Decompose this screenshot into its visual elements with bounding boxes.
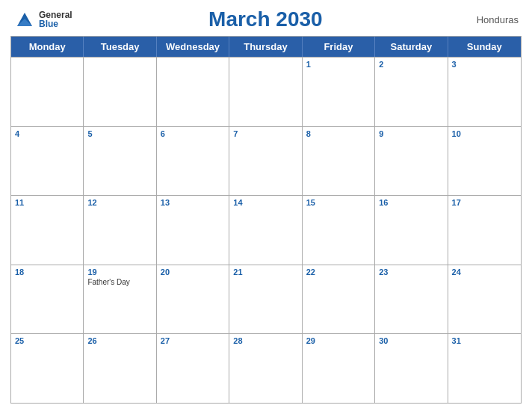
- day-number: 14: [233, 198, 297, 207]
- page: General Blue March 2030 Honduras MondayT…: [0, 0, 532, 411]
- day-number: 8: [306, 129, 371, 138]
- day-cell: 26: [84, 334, 156, 403]
- day-cell: 24: [448, 265, 521, 334]
- day-number: 26: [87, 336, 152, 345]
- day-cell: 22: [303, 265, 375, 334]
- day-number: 16: [379, 198, 443, 207]
- day-number: 10: [452, 129, 517, 138]
- day-cell: 23: [375, 265, 448, 334]
- day-cell: 4: [11, 127, 84, 196]
- day-number: 28: [233, 336, 297, 345]
- day-cell: 28: [229, 334, 302, 403]
- day-cell: 0: [157, 58, 229, 126]
- day-cell: 3: [448, 58, 521, 126]
- day-number: 5: [87, 129, 152, 138]
- day-number: 19: [87, 268, 152, 276]
- day-header-tuesday: Tuesday: [84, 37, 156, 57]
- day-cell: 12: [84, 196, 156, 265]
- day-number: 29: [306, 336, 371, 345]
- day-number: 2: [379, 60, 443, 69]
- logo: General Blue: [13, 8, 72, 31]
- week-row-1: 0000123: [11, 57, 521, 126]
- day-cell: 13: [157, 196, 229, 265]
- calendar: MondayTuesdayWednesdayThursdayFridaySatu…: [10, 36, 522, 404]
- day-header-saturday: Saturday: [375, 37, 448, 57]
- day-cell: 10: [448, 127, 521, 196]
- day-cell: 31: [448, 334, 521, 403]
- day-cell: 0: [84, 58, 156, 126]
- day-header-monday: Monday: [11, 37, 84, 57]
- day-number: 3: [452, 60, 517, 69]
- day-number: 30: [379, 336, 443, 345]
- day-header-wednesday: Wednesday: [157, 37, 229, 57]
- day-number: 0: [15, 60, 79, 69]
- day-header-friday: Friday: [303, 37, 375, 57]
- day-cell: 16: [375, 196, 448, 265]
- day-number: 27: [161, 336, 225, 345]
- day-cell: 11: [11, 196, 84, 265]
- day-number: 0: [161, 60, 225, 69]
- day-number: 31: [452, 336, 517, 345]
- day-cell: 21: [229, 265, 302, 334]
- event-label: Father's Day: [87, 278, 152, 286]
- day-number: 25: [15, 336, 79, 345]
- day-cell: 5: [84, 127, 156, 196]
- day-cell: 19Father's Day: [84, 265, 156, 334]
- week-row-2: 45678910: [11, 126, 521, 196]
- day-number: 20: [161, 268, 225, 276]
- day-number: 17: [452, 198, 517, 207]
- day-header-sunday: Sunday: [448, 37, 521, 57]
- day-number: 4: [15, 129, 79, 138]
- week-row-4: 1819Father's Day2021222324: [11, 265, 521, 334]
- day-cell: 18: [11, 265, 84, 334]
- day-cell: 7: [229, 127, 302, 196]
- day-number: 11: [15, 198, 79, 207]
- day-number: 18: [15, 268, 79, 276]
- day-number: 23: [379, 268, 443, 276]
- day-number: 9: [379, 129, 443, 138]
- day-cell: 25: [11, 334, 84, 403]
- day-cell: 14: [229, 196, 302, 265]
- day-cell: 15: [303, 196, 375, 265]
- week-row-3: 11121314151617: [11, 195, 521, 265]
- day-cell: 6: [157, 127, 229, 196]
- day-number: 7: [233, 129, 297, 138]
- header: General Blue March 2030 Honduras: [10, 7, 522, 31]
- day-number: 1: [306, 60, 371, 69]
- day-cell: 9: [375, 127, 448, 196]
- day-cell: 17: [448, 196, 521, 265]
- day-headers: MondayTuesdayWednesdayThursdayFridaySatu…: [11, 37, 521, 57]
- day-number: 21: [233, 268, 297, 276]
- day-cell: 2: [375, 58, 448, 126]
- day-number: 0: [87, 60, 152, 69]
- day-number: 12: [87, 198, 152, 207]
- logo-icon: [13, 8, 36, 31]
- day-number: 22: [306, 268, 371, 276]
- day-cell: 1: [303, 58, 375, 126]
- day-number: 6: [161, 129, 225, 138]
- day-number: 24: [452, 268, 517, 276]
- day-cell: 8: [303, 127, 375, 196]
- country-label: Honduras: [459, 14, 519, 25]
- day-number: 15: [306, 198, 371, 207]
- day-cell: 0: [229, 58, 302, 126]
- day-number: 13: [161, 198, 225, 207]
- day-number: 0: [233, 60, 297, 69]
- logo-text: General Blue: [39, 10, 72, 28]
- week-row-5: 25262728293031: [11, 333, 521, 403]
- logo-blue-text: Blue: [39, 19, 72, 28]
- day-cell: 20: [157, 265, 229, 334]
- calendar-title: March 2030: [72, 7, 459, 31]
- day-cell: 0: [11, 58, 84, 126]
- day-header-thursday: Thursday: [229, 37, 302, 57]
- day-cell: 27: [157, 334, 229, 403]
- day-cell: 30: [375, 334, 448, 403]
- day-cell: 29: [303, 334, 375, 403]
- weeks: 000012345678910111213141516171819Father'…: [11, 57, 521, 403]
